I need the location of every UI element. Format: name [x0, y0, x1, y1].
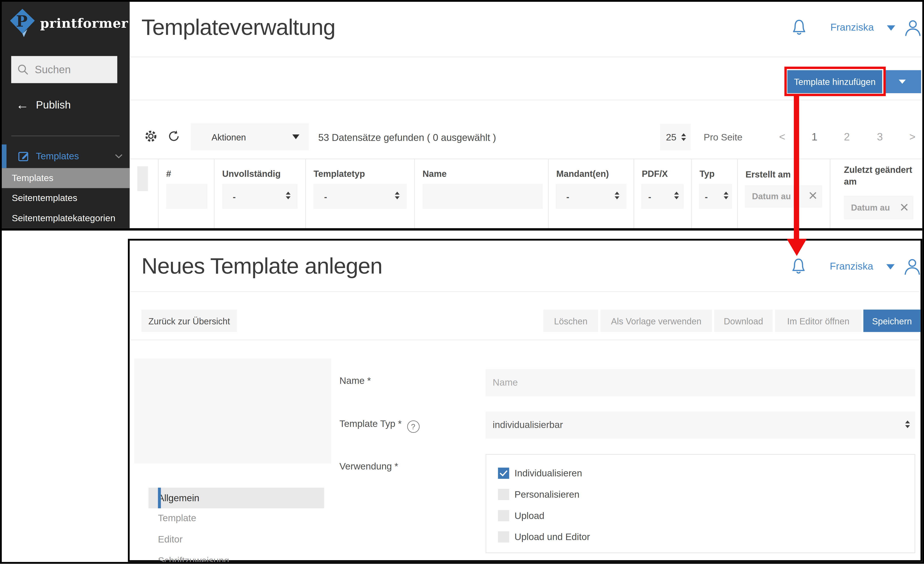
open-in-editor-button[interactable]: Im Editor öffnen — [775, 310, 862, 332]
search-box[interactable] — [11, 56, 117, 83]
usage-option-individualisieren[interactable]: Individualisieren — [498, 468, 582, 479]
app-root: P printformer Publish Templates — [0, 0, 924, 564]
notifications-bell-icon[interactable] — [791, 257, 806, 276]
filter-unvollstaendig-select[interactable]: - — [222, 184, 298, 209]
sidebar-back-publish[interactable]: Publish — [16, 99, 71, 111]
nav-tab-editor[interactable]: Editor — [158, 534, 183, 545]
pager-page-3[interactable]: 3 — [877, 131, 883, 143]
checkbox-personalisieren[interactable] — [498, 489, 509, 500]
chevron-down-icon — [115, 154, 123, 159]
annotation-arrow-line — [794, 95, 799, 240]
detail-panel: Neues Template anlegen Franziska Zurück … — [128, 239, 922, 562]
column-zuletzt-geaendert: Zuletzt geändert am Datum au — [830, 159, 922, 229]
annotation-arrow-head — [787, 239, 807, 256]
checkbox-upload-und-editor[interactable] — [498, 531, 509, 543]
column-pdfx: PDF/X - — [633, 159, 691, 229]
checkbox-individualisieren[interactable] — [498, 468, 509, 479]
usage-option-upload-und-editor[interactable]: Upload und Editor — [498, 531, 590, 543]
page-size-stepper[interactable]: 25 — [660, 124, 691, 150]
verwendung-label: Verwendung * — [339, 461, 398, 472]
refresh-icon[interactable] — [167, 130, 180, 143]
save-button[interactable]: Speichern — [864, 310, 921, 332]
sidebar-item-seitentemplates[interactable]: Seitentemplates — [2, 188, 130, 208]
pager-page-2[interactable]: 2 — [844, 131, 850, 143]
settings-gear-icon[interactable] — [144, 130, 157, 143]
filter-id-input[interactable] — [166, 184, 207, 209]
column-mandanten: Mandant(en) - — [548, 159, 633, 229]
publish-label: Publish — [36, 99, 71, 111]
filter-erstellt-am-date[interactable]: Datum au — [745, 185, 822, 208]
user-caret-icon[interactable] — [886, 264, 894, 269]
logo-text: printformer — [40, 15, 128, 31]
user-avatar-icon[interactable] — [903, 18, 922, 37]
add-template-button[interactable]: Template hinzufügen — [788, 70, 882, 93]
column-erstellt-am: Erstellt am Datum au — [737, 159, 830, 229]
user-menu: Franziska — [791, 257, 921, 276]
table-header: # Unvollständig - Templatetyp - Name Man… — [130, 159, 922, 229]
clear-icon[interactable] — [900, 198, 909, 216]
user-caret-icon[interactable] — [887, 25, 895, 30]
pager-next-button[interactable] — [909, 131, 916, 143]
add-template-dropdown[interactable] — [884, 70, 921, 93]
actions-dropdown[interactable]: Aktionen — [191, 123, 309, 150]
logo[interactable]: P printformer — [9, 8, 128, 38]
column-id: # — [158, 159, 214, 229]
stepper-arrows-icon — [395, 192, 400, 200]
filter-zuletzt-geaendert-date[interactable]: Datum au — [844, 196, 914, 219]
filter-mandanten-select[interactable]: - — [556, 184, 626, 209]
nav-tab-schriftzuweisung[interactable]: Schriftzuweisung — [158, 556, 229, 564]
help-question-icon[interactable] — [407, 420, 419, 433]
search-icon — [17, 64, 29, 75]
usage-option-personalisieren[interactable]: Personalisieren — [498, 489, 580, 500]
use-as-template-button[interactable]: Als Vorlage verwenden — [600, 310, 712, 332]
stepper-arrows-icon — [615, 192, 620, 200]
printformer-logo-icon: P — [9, 8, 36, 38]
filter-templatetyp-select[interactable]: - — [314, 184, 406, 209]
filter-typ-select[interactable]: - — [699, 184, 732, 209]
sidebar-group-templates[interactable]: Templates — [2, 144, 130, 168]
usage-option-upload[interactable]: Upload — [498, 510, 544, 521]
user-avatar-icon[interactable] — [903, 257, 921, 276]
sidebar-item-templates[interactable]: Templates — [2, 168, 130, 188]
notifications-bell-icon[interactable] — [791, 18, 807, 37]
filter-pdfx-select[interactable]: - — [641, 184, 684, 209]
column-typ: Typ - — [691, 159, 737, 229]
column-templatetyp: Templatetyp - — [305, 159, 414, 229]
column-name: Name — [414, 159, 548, 229]
svg-text:P: P — [16, 12, 27, 30]
column-select — [130, 159, 158, 229]
page-title: Templateverwaltung — [141, 15, 335, 40]
active-indicator — [2, 144, 6, 168]
stepper-arrows-icon — [286, 192, 291, 200]
per-page-label: Pro Seite — [704, 132, 742, 143]
name-label: Name * — [339, 376, 371, 386]
active-indicator — [158, 488, 161, 508]
search-input[interactable] — [33, 63, 112, 76]
stepper-arrows-icon — [674, 192, 679, 200]
checkbox-upload[interactable] — [498, 510, 509, 521]
select-all-checkbox[interactable] — [137, 166, 148, 191]
filter-name-input[interactable] — [423, 184, 543, 209]
pager-prev-button[interactable] — [779, 131, 785, 143]
records-summary: 53 Datensätze gefunden ( 0 ausgewählt ) — [318, 132, 496, 143]
pager-page-1[interactable]: 1 — [812, 131, 818, 143]
divider — [130, 99, 922, 100]
panel-separator — [2, 228, 922, 231]
user-name[interactable]: Franziska — [830, 261, 873, 272]
nav-tab-template[interactable]: Template — [158, 513, 196, 523]
detail-title: Neues Template anlegen — [141, 254, 382, 279]
caret-down-icon — [292, 134, 299, 139]
back-to-overview-button[interactable]: Zurück zur Übersicht — [141, 310, 237, 332]
download-button[interactable]: Download — [714, 310, 772, 332]
settings-nav: Allgemein Template Editor Schriftzuweisu… — [134, 358, 331, 463]
nav-tab-allgemein[interactable]: Allgemein — [148, 488, 324, 508]
user-menu: Franziska — [791, 18, 922, 37]
user-name[interactable]: Franziska — [830, 22, 874, 33]
delete-button[interactable]: Löschen — [543, 310, 598, 332]
sidebar-item-seitentemplatekategorien[interactable]: Seitentemplatekategorien — [2, 208, 130, 228]
clear-icon[interactable] — [808, 186, 818, 205]
template-name-input[interactable] — [486, 369, 915, 396]
divider — [130, 57, 922, 57]
template-typ-select[interactable]: individualisierbar — [486, 412, 915, 439]
edit-icon — [18, 150, 30, 162]
